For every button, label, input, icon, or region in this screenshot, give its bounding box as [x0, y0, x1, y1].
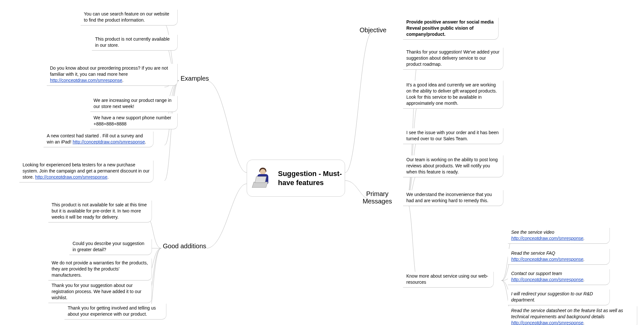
web-resources-item: See the service video http://conceptdraw… [508, 228, 610, 244]
primary-messages-item: Thanks for your suggestion! We've added … [403, 48, 503, 70]
node-text: We have a new support phone number +888+… [94, 115, 171, 126]
examples-item: You can use search feature on our websit… [81, 10, 178, 25]
branch-objective: Objective [360, 26, 386, 34]
node-link[interactable]: http://conceptdraw.com/smresponse [511, 320, 583, 325]
node-text: I see the issue with your order and it h… [406, 130, 499, 141]
primary-messages-item-web-resources: Know more about service using our web-re… [403, 272, 494, 288]
node-text: We are increasing our product range in o… [94, 98, 172, 109]
node-text: See the service video [511, 230, 554, 235]
node-text: We understand the inconvenience that you… [406, 192, 492, 203]
node-text: It's a good idea and currently we are wo… [406, 82, 497, 106]
branch-primary-messages: Primary Messages [360, 190, 395, 205]
node-text: This product is not available for sale a… [52, 202, 147, 220]
examples-item: Do you know about our preordering proces… [47, 64, 178, 86]
node-text: Read the service datasheet on the featur… [511, 308, 623, 319]
node-text: Do you know about our preordering proces… [50, 65, 168, 77]
node-link[interactable]: http://conceptdraw.com/smresponse [511, 236, 583, 241]
node-link[interactable]: http://conceptdraw.com/smresponse [511, 257, 583, 262]
node-text: Our team is working on the ability to po… [406, 157, 498, 174]
good-additions-item: Could you describe your suggestion in gr… [69, 239, 152, 255]
primary-messages-item: It's a good idea and currently we are wo… [403, 81, 503, 109]
examples-item: We are increasing our product range in o… [90, 96, 178, 112]
person-laptop-icon [251, 167, 273, 190]
node-text: Thank you for your suggestion about our … [52, 283, 141, 300]
primary-messages-item: We understand the inconvenience that you… [403, 190, 503, 206]
node-link[interactable]: http://conceptdraw.com/smresponse [511, 277, 583, 282]
node-text: Contact our support team [511, 271, 562, 276]
branch-examples: Examples [181, 75, 209, 82]
examples-item: This product is not currently available … [92, 35, 178, 51]
web-resources-item: Read the service datasheet on the featur… [508, 306, 637, 325]
node-text: Thank you for getting involved and telli… [68, 305, 156, 317]
web-resources-item: Contact our support team http://conceptd… [508, 269, 610, 285]
primary-messages-item: Our team is working on the ability to po… [403, 155, 503, 177]
node-text: Provide positive answer for social media [406, 19, 495, 25]
node-text: Thanks for your suggestion! We've added … [406, 49, 500, 67]
mindmap-center: Suggestion - Must-have features [247, 160, 345, 197]
node-text: I will redirect your suggestion to our R… [511, 291, 593, 302]
good-additions-item: This product is not available for sale a… [48, 201, 152, 222]
examples-item: Looking for experienced beta testers for… [19, 161, 154, 182]
node-text: You can use search feature on our websit… [84, 11, 169, 23]
good-additions-item: We do not provide a warranties for the p… [48, 259, 152, 281]
node-text: Reveal positive public vision of company… [406, 25, 495, 37]
node-text: We do not provide a warranties for the p… [52, 260, 148, 278]
web-resources-item: I will redirect your suggestion to our R… [508, 290, 610, 305]
good-additions-item: Thank you for getting involved and telli… [64, 304, 166, 320]
objective-item: Provide positive answer for social media… [403, 18, 499, 40]
node-text: Could you describe your suggestion in gr… [73, 241, 144, 252]
primary-messages-item: I see the issue with your order and it h… [403, 128, 503, 144]
center-title: Suggestion - Must-have features [278, 169, 345, 187]
node-link[interactable]: http://conceptdraw.com/smresponse [35, 174, 107, 180]
examples-item: A new contest had started . Fill out a s… [44, 132, 154, 147]
node-link[interactable]: http://conceptdraw.com/smresponse [50, 78, 122, 83]
web-resources-item: Read the service FAQ http://conceptdraw.… [508, 249, 610, 265]
node-text: Read the service FAQ [511, 251, 555, 256]
branch-good-additions: Good additions [163, 242, 206, 250]
good-additions-item: Thank you for your suggestion about our … [48, 281, 152, 303]
node-text: Know more about service using our web-re… [406, 273, 488, 285]
examples-item: We have a new support phone number +888+… [90, 113, 178, 129]
node-link[interactable]: http://conceptdraw.com/smresponse [73, 139, 145, 144]
node-text: This product is not currently available … [95, 36, 170, 48]
